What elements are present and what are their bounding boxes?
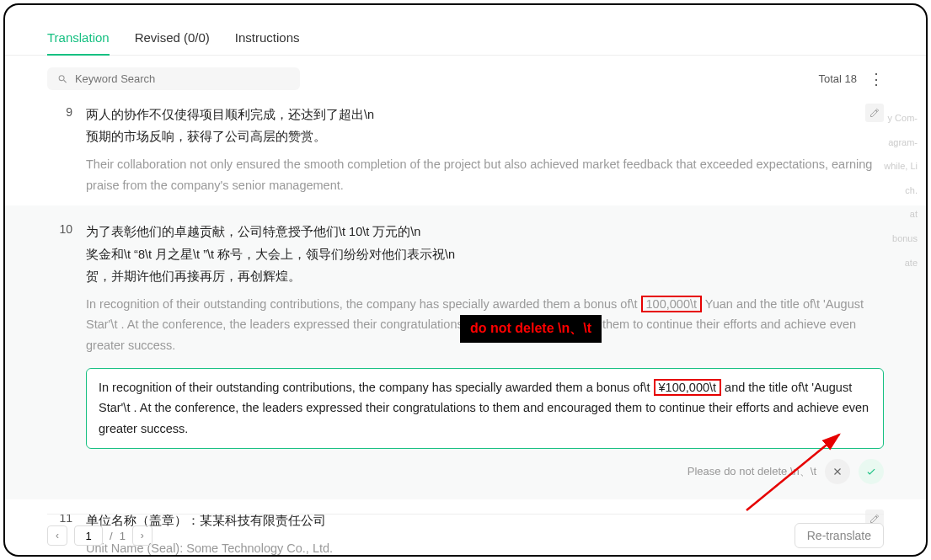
search-icon — [57, 73, 68, 85]
pager: ‹ / 1 › Re-translate — [47, 514, 884, 548]
tab-revised[interactable]: Revised (0/0) — [135, 30, 210, 55]
highlight-original: 100,000\t — [641, 296, 702, 312]
row-number: 10 — [47, 221, 72, 483]
total-count: Total 18 — [818, 72, 857, 85]
search-input[interactable] — [75, 72, 290, 85]
row-number: 9 — [47, 104, 72, 195]
edit-textarea[interactable]: In recognition of their outstanding cont… — [86, 368, 884, 449]
search-wrap[interactable] — [47, 67, 300, 90]
table-row: 9 两人的协作不仅使得项目顺利完成，还达到了超出\n 预期的市场反响，获得了公司… — [5, 99, 926, 200]
tabs: Translation Revised (0/0) Instructions — [5, 30, 926, 56]
retranslate-button[interactable]: Re-translate — [795, 523, 884, 548]
table-row-active: 10 为了表彰他们的卓越贡献，公司特意授予他们\t 10\t 万元的\n 奖金和… — [5, 205, 926, 499]
cancel-button[interactable] — [825, 459, 850, 484]
annotation-callout: do not delete \n、\t — [460, 315, 602, 343]
hint-text: Please do not delete \n、\t — [688, 464, 816, 479]
page-input[interactable] — [74, 525, 103, 546]
prev-page-button[interactable]: ‹ — [47, 525, 67, 546]
page-total: 1 — [120, 530, 126, 542]
source-text: 两人的协作不仅使得项目顺利完成，还达到了超出\n 预期的市场反响，获得了公司高层… — [86, 104, 884, 147]
tab-instructions[interactable]: Instructions — [235, 30, 300, 55]
confirm-button[interactable] — [859, 459, 884, 484]
tab-translation[interactable]: Translation — [47, 30, 110, 55]
target-text: Their collaboration not only ensured the… — [86, 154, 884, 195]
background-text: y Com- agram- while, Li ch. at bonus ate — [875, 106, 918, 275]
toolbar: Total 18 ⋮ — [5, 56, 926, 99]
source-text: 为了表彰他们的卓越贡献，公司特意授予他们\t 10\t 万元的\n 奖金和\t … — [86, 221, 884, 286]
close-icon — [832, 466, 843, 477]
next-page-button[interactable]: › — [132, 525, 152, 546]
more-icon[interactable]: ⋮ — [869, 70, 884, 88]
highlight-edited: ¥100,000\t — [654, 379, 722, 396]
page-separator: / — [110, 530, 113, 542]
check-icon — [865, 466, 877, 477]
